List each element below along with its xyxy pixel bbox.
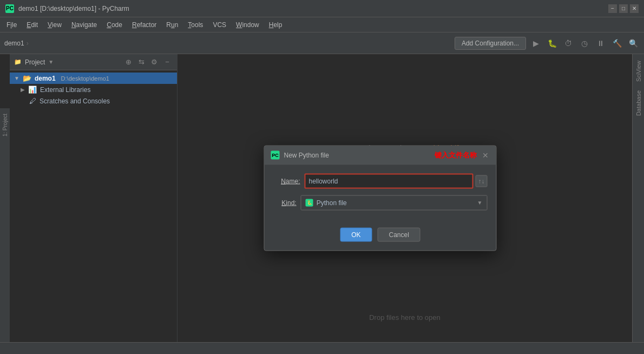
name-input-wrapper: ↑↓ (305, 173, 488, 188)
menu-window[interactable]: Window (232, 19, 264, 30)
window-controls: − □ ✕ (608, 4, 639, 13)
minimize-button[interactable]: − (608, 4, 617, 13)
menu-file[interactable]: File (2, 19, 21, 30)
breadcrumb: demo1 › (4, 40, 452, 47)
collapse-button[interactable]: ⇆ (136, 57, 147, 68)
breadcrumb-arrow: › (27, 40, 29, 47)
sort-button[interactable]: ↑↓ (476, 175, 488, 187)
menu-navigate[interactable]: Navigate (67, 19, 101, 30)
window-title: demo1 [D:\desktop\demo1] - PyCharm (18, 5, 608, 12)
demo1-path: D:\desktop\demo1 (61, 75, 109, 82)
database-label[interactable]: Database (634, 88, 643, 118)
project-label[interactable]: Project (25, 58, 45, 66)
search-everywhere-button[interactable]: 🔍 (627, 37, 640, 50)
toolbar: demo1 › Add Configuration... ▶ 🐛 ⏱ ◷ ⏸ 🔨… (0, 32, 644, 54)
build-button[interactable]: 🔨 (610, 37, 623, 50)
dialog-app-icon: PC (271, 150, 280, 159)
dialog-hint-text: 键入文件名称 (435, 150, 477, 160)
dialog-close-button[interactable]: ✕ (481, 150, 490, 159)
kind-value: Python file (317, 199, 474, 206)
tree-item-demo1[interactable]: ▼ 📂 demo1 D:\desktop\demo1 (10, 73, 177, 84)
run-button[interactable]: ▶ (529, 37, 542, 50)
python-file-icon: 🐍 (306, 199, 313, 206)
name-row: Name: ↑↓ (273, 173, 488, 188)
drop-hint: Drop files here to open (369, 313, 441, 322)
menu-vcs[interactable]: VCS (208, 19, 231, 30)
app-icon: PC (5, 4, 14, 13)
project-sidebar: 📁 Project ▼ ⊕ ⇆ ⚙ − ▼ 📂 demo1 D:\desktop… (10, 54, 178, 354)
name-label: Name: (273, 177, 300, 185)
folder-icon: 📁 (14, 58, 22, 65)
external-libraries-label: External Libraries (40, 86, 90, 94)
folder-demo1-icon: 📂 (23, 74, 31, 82)
main-layout: 1: Project 📁 Project ▼ ⊕ ⇆ ⚙ − ▼ 📂 demo1… (0, 54, 644, 354)
tree-item-external-libraries[interactable]: ▶ 📊 External Libraries (10, 84, 177, 95)
coverage-button[interactable]: ◷ (578, 37, 591, 50)
add-folder-button[interactable]: ⊕ (123, 57, 134, 68)
tree-item-scratches[interactable]: 🖊 Scratches and Consoles (10, 95, 177, 107)
dropdown-arrow-icon: ▼ (477, 200, 483, 206)
new-file-dialog: PC New Python file 键入文件名称 ✕ Name: ↑↓ Kin… (264, 145, 497, 251)
hide-button[interactable]: − (162, 57, 173, 68)
kind-label-text: Kind: (281, 199, 296, 206)
maximize-button[interactable]: □ (619, 4, 628, 13)
dialog-body: Name: ↑↓ Kind: 🐍 Python file ▼ (265, 165, 496, 223)
expand-arrow-demo1: ▼ (14, 75, 19, 81)
menu-run[interactable]: Run (162, 19, 182, 30)
project-tree: ▼ 📂 demo1 D:\desktop\demo1 ▶ 📊 External … (10, 70, 177, 354)
settings-button[interactable]: ⚙ (149, 57, 160, 68)
project-arrow: ▼ (48, 59, 54, 65)
add-configuration-button[interactable]: Add Configuration... (455, 37, 526, 50)
sidebar-controls: ⊕ ⇆ ⚙ − (123, 57, 173, 68)
profile-button[interactable]: ⏱ (562, 37, 575, 50)
ok-button[interactable]: OK (340, 227, 372, 241)
menu-tools[interactable]: Tools (183, 19, 207, 30)
cancel-button[interactable]: Cancel (377, 227, 420, 241)
right-sidebar: SciView Database (632, 54, 644, 354)
menu-help[interactable]: Help (265, 19, 287, 30)
menu-edit[interactable]: Edit (22, 19, 42, 30)
kind-label: Kind: (273, 199, 297, 206)
toolbar-right: Add Configuration... ▶ 🐛 ⏱ ◷ ⏸ 🔨 🔍 (455, 37, 640, 50)
menu-code[interactable]: Code (102, 19, 127, 30)
stop-button[interactable]: ⏸ (594, 37, 607, 50)
menu-view[interactable]: View (43, 19, 66, 30)
name-input[interactable] (305, 173, 474, 188)
breadcrumb-text: demo1 (4, 40, 24, 47)
scratches-icon: 🖊 (29, 97, 36, 105)
sciview-label[interactable]: SciView (634, 58, 643, 84)
dialog-footer: OK Cancel (265, 223, 496, 250)
expand-arrow-external: ▶ (21, 87, 25, 93)
dialog-title: New Python file (284, 151, 430, 159)
name-label-text: Name: (281, 177, 300, 185)
menu-refactor[interactable]: Refactor (128, 19, 161, 30)
menu-bar: File Edit View Navigate Code Refactor Ru… (0, 17, 644, 32)
scratches-label: Scratches and Consoles (40, 97, 110, 105)
title-bar: PC demo1 [D:\desktop\demo1] - PyCharm − … (0, 0, 644, 17)
sidebar-header: 📁 Project ▼ ⊕ ⇆ ⚙ − (10, 54, 177, 70)
close-button[interactable]: ✕ (630, 4, 639, 13)
dialog-titlebar: PC New Python file 键入文件名称 ✕ (265, 146, 496, 165)
library-icon: 📊 (28, 86, 37, 94)
debug-button[interactable]: 🐛 (546, 37, 558, 50)
project-panel-label[interactable]: 1: Project (1, 110, 9, 140)
demo1-label: demo1 (35, 75, 56, 82)
status-bar (0, 342, 644, 354)
kind-row: Kind: 🐍 Python file ▼ (273, 195, 488, 210)
left-sidebar-panel: 1: Project (0, 108, 10, 354)
kind-select[interactable]: 🐍 Python file ▼ (301, 195, 488, 210)
